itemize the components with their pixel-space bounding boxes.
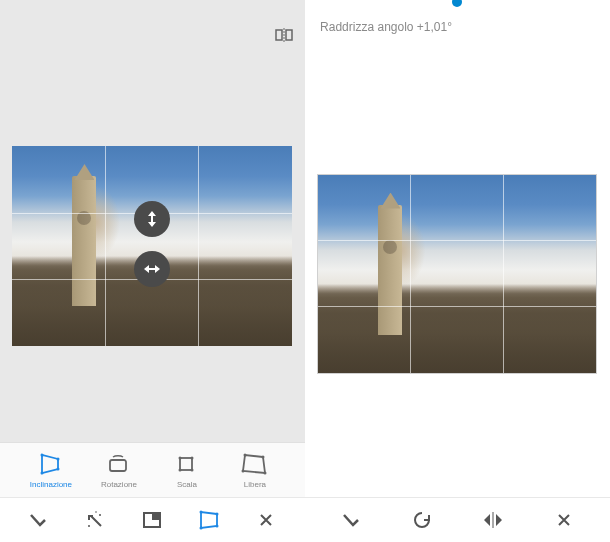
left-editor-panel: Libera Scala Rotazione Inclinazione <box>0 0 305 542</box>
magic-icon[interactable] <box>82 506 110 534</box>
transform-sub-toolbar: Libera Scala Rotazione Inclinazione <box>0 442 305 497</box>
transform-free-label: Libera <box>243 480 265 489</box>
svg-point-13 <box>191 468 194 471</box>
rotate-ccw-icon[interactable] <box>408 506 436 534</box>
photo-preview-right[interactable] <box>318 174 598 374</box>
bottom-bar-left <box>0 497 305 542</box>
straighten-slider[interactable] <box>305 0 610 4</box>
transform-free-button[interactable]: Libera <box>230 452 280 489</box>
svg-point-23 <box>216 525 219 528</box>
canvas-area-right[interactable] <box>305 50 610 497</box>
horizontal-drag-handle[interactable] <box>135 251 171 287</box>
svg-point-7 <box>244 453 247 456</box>
confirm-icon[interactable] <box>25 506 53 534</box>
svg-point-28 <box>96 511 98 513</box>
aspect-icon[interactable] <box>139 506 167 534</box>
cancel-icon[interactable] <box>253 506 281 534</box>
transform-scale-label: Scala <box>177 480 197 489</box>
svg-point-21 <box>200 511 203 514</box>
svg-point-18 <box>41 471 44 474</box>
grid-overlay <box>13 146 293 346</box>
svg-point-14 <box>179 468 182 471</box>
top-status-area: Raddrizza angolo +1,01° <box>305 0 610 50</box>
svg-point-8 <box>242 469 245 472</box>
svg-rect-2 <box>276 30 282 40</box>
image-content <box>73 176 97 306</box>
grid-overlay <box>319 175 597 373</box>
right-editor-panel: Raddrizza angolo +1,01° <box>305 0 610 542</box>
tilt-icon <box>37 452 65 476</box>
image-content <box>379 205 403 335</box>
svg-point-6 <box>262 455 265 458</box>
mirror-icon[interactable] <box>479 506 507 534</box>
transform-rotation-label: Rotazione <box>100 480 136 489</box>
slider-thumb[interactable] <box>453 0 463 7</box>
straighten-status-text: Raddrizza angolo +1,01° <box>320 20 452 34</box>
confirm-icon[interactable] <box>337 506 365 534</box>
transform-rotation-button[interactable]: Rotazione <box>94 452 144 489</box>
transform-tilt-button[interactable]: Inclinazione <box>26 452 76 489</box>
bottom-bar-right <box>305 497 610 542</box>
canvas-area-left[interactable] <box>0 50 305 442</box>
scale-icon <box>173 452 201 476</box>
svg-point-9 <box>264 471 267 474</box>
free-transform-icon <box>241 452 269 476</box>
rotation-icon <box>105 452 133 476</box>
svg-point-17 <box>41 453 44 456</box>
svg-rect-15 <box>111 460 127 471</box>
svg-point-22 <box>200 527 203 530</box>
transform-tilt-label: Inclinazione <box>29 480 71 489</box>
cancel-icon[interactable] <box>550 506 578 534</box>
flip-icon[interactable] <box>275 28 293 42</box>
svg-point-20 <box>216 513 219 516</box>
svg-point-16 <box>57 457 60 460</box>
svg-rect-10 <box>181 458 193 470</box>
photo-preview-left[interactable] <box>13 146 293 346</box>
svg-rect-1 <box>286 30 292 40</box>
skew-tool-icon[interactable] <box>196 506 224 534</box>
svg-point-27 <box>89 525 91 527</box>
vertical-drag-handle[interactable] <box>135 201 171 237</box>
svg-point-19 <box>57 467 60 470</box>
top-flip-area <box>0 0 305 50</box>
transform-scale-button[interactable]: Scala <box>162 452 212 489</box>
svg-point-12 <box>179 456 182 459</box>
svg-rect-25 <box>153 513 161 520</box>
svg-point-26 <box>100 514 102 516</box>
svg-point-11 <box>191 456 194 459</box>
